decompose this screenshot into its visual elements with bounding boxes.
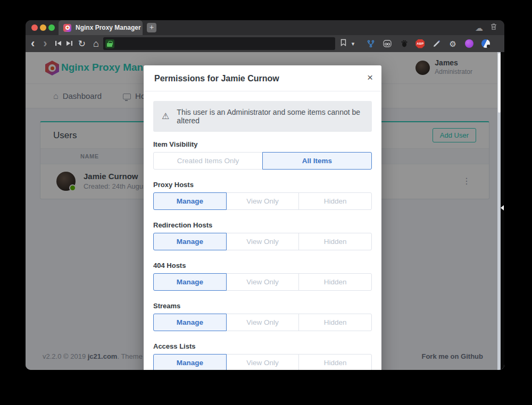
npm-favicon-icon xyxy=(63,24,71,32)
permission-options-group: ManageView OnlyHidden xyxy=(153,354,372,370)
close-icon[interactable]: × xyxy=(367,72,373,82)
permission-section-label: Streams xyxy=(153,302,372,310)
tab-title: Nginx Proxy Manager xyxy=(76,24,141,31)
permission-section: Proxy Hosts ManageView OnlyHidden xyxy=(153,181,372,210)
forward-icon[interactable]: › xyxy=(43,38,47,49)
browser-toolbar: ‹ › ↻ ⌂ ▾ ABP ⚙ xyxy=(26,35,504,52)
bookmark-caret-icon[interactable]: ▾ xyxy=(352,41,355,47)
permission-section: Redirection Hosts ManageView OnlyHidden xyxy=(153,221,372,250)
option-manage[interactable]: Manage xyxy=(153,354,227,370)
browser-tab[interactable]: Nginx Proxy Manager xyxy=(59,20,143,35)
permission-options-group: ManageView OnlyHidden xyxy=(153,233,372,250)
warning-triangle-icon: ⚠ xyxy=(162,112,169,121)
maximize-window-button[interactable] xyxy=(48,24,55,31)
pen-icon[interactable] xyxy=(431,39,441,48)
permission-section-label: Proxy Hosts xyxy=(153,181,372,189)
adblock-abp-icon[interactable]: ABP xyxy=(415,39,425,48)
modal-title: Permissions for Jamie Curnow xyxy=(154,74,371,83)
permission-section: 404 Hosts ManageView OnlyHidden xyxy=(153,261,372,291)
skip-back-icon[interactable] xyxy=(55,39,62,48)
mask-icon[interactable] xyxy=(383,39,392,48)
fork-icon[interactable] xyxy=(366,39,376,48)
option-hidden[interactable]: Hidden xyxy=(298,354,372,370)
new-tab-button[interactable]: + xyxy=(147,23,156,32)
option-manage[interactable]: Manage xyxy=(153,314,227,331)
close-window-button[interactable] xyxy=(31,24,38,31)
option-hidden[interactable]: Hidden xyxy=(298,314,372,331)
permission-options-group: ManageView OnlyHidden xyxy=(153,273,372,291)
option-view-only[interactable]: View Only xyxy=(226,233,300,250)
admin-warning-alert: ⚠ This user is an Administrator and some… xyxy=(153,101,372,132)
option-all-items[interactable]: All Items xyxy=(262,152,372,170)
permission-section: Access Lists ManageView OnlyHidden xyxy=(153,342,372,370)
https-lock-icon xyxy=(105,39,114,48)
item-visibility-label: Item Visibility xyxy=(153,140,372,148)
option-view-only[interactable]: View Only xyxy=(226,273,300,291)
minimize-window-button[interactable] xyxy=(40,24,46,31)
scrollbar-thumb[interactable] xyxy=(498,53,501,113)
permission-section-label: 404 Hosts xyxy=(153,261,372,269)
permissions-modal: Permissions for Jamie Curnow × ⚠ This us… xyxy=(144,65,381,370)
browser-window: Nginx Proxy Manager + ☁ ‹ › ↻ ⌂ ▾ ABP ⚙ … xyxy=(26,20,504,370)
window-edge-strip xyxy=(501,52,504,370)
bookmark-icon[interactable] xyxy=(340,39,346,48)
skip-forward-icon[interactable] xyxy=(66,39,73,48)
option-view-only[interactable]: View Only xyxy=(226,354,300,370)
page-viewport: Nginx Proxy Manager James Administrator … xyxy=(26,52,504,370)
purple-circle-icon[interactable] xyxy=(464,39,474,48)
permission-section: Streams ManageView OnlyHidden xyxy=(153,302,372,331)
option-hidden[interactable]: Hidden xyxy=(298,273,372,291)
permission-section-label: Access Lists xyxy=(153,342,372,350)
cloud-icon[interactable]: ☁ xyxy=(475,24,483,32)
alert-text: This user is an Administrator and some i… xyxy=(177,108,363,125)
footprint-icon[interactable] xyxy=(399,39,409,48)
option-manage[interactable]: Manage xyxy=(153,192,227,210)
browser-titlebar: Nginx Proxy Manager + ☁ xyxy=(26,20,504,35)
url-bar[interactable] xyxy=(103,37,335,50)
option-hidden[interactable]: Hidden xyxy=(298,233,372,250)
trash-icon[interactable] xyxy=(491,23,497,32)
gear-icon[interactable]: ⚙ xyxy=(448,39,458,48)
option-manage[interactable]: Manage xyxy=(153,273,227,291)
permission-options-group: ManageView OnlyHidden xyxy=(153,192,372,210)
option-view-only[interactable]: View Only xyxy=(226,314,300,331)
back-icon[interactable]: ‹ xyxy=(31,38,35,49)
permission-section-label: Redirection Hosts xyxy=(153,221,372,229)
blue-circle-lock-icon[interactable] xyxy=(481,39,491,48)
permission-options-group: ManageView OnlyHidden xyxy=(153,314,372,331)
item-visibility-group: Created Items OnlyAll Items xyxy=(153,152,372,170)
option-hidden[interactable]: Hidden xyxy=(298,192,372,210)
option-manage[interactable]: Manage xyxy=(153,233,227,250)
option-created-items-only[interactable]: Created Items Only xyxy=(153,152,263,170)
home-icon[interactable]: ⌂ xyxy=(93,39,99,48)
reload-icon[interactable]: ↻ xyxy=(78,39,86,48)
option-view-only[interactable]: View Only xyxy=(226,192,300,210)
panel-collapse-arrow-icon[interactable] xyxy=(501,205,504,210)
